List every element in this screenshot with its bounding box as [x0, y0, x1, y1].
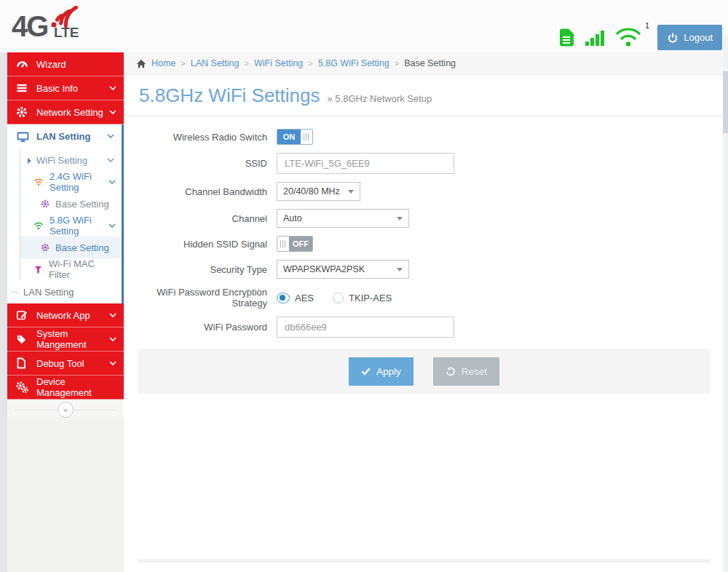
reset-icon: [446, 367, 456, 376]
sidebar-item-wifi-setting[interactable]: WiFi Setting: [20, 150, 122, 171]
wireless-radio-toggle[interactable]: ON: [277, 129, 313, 145]
content-bottom-divider: [138, 559, 710, 563]
radio-label-aes: AES: [295, 293, 314, 303]
channel-bandwidth-label: Channel Bandwidth: [124, 186, 277, 197]
sidebar-item-58g-wifi-setting[interactable]: 5.8G WiFi Setting: [20, 215, 122, 237]
filter-icon: [33, 265, 43, 274]
sidebar-item-network-app[interactable]: Network App: [7, 303, 124, 327]
chevron-down-icon: [109, 361, 116, 366]
scrollbar-thumb[interactable]: [723, 71, 728, 133]
sidebar-item-system-mangement[interactable]: System Mangement: [7, 327, 124, 351]
sidebar-item-label: Base Setting: [55, 199, 116, 210]
caret-down-icon: [397, 217, 403, 221]
encryption-strategy-label: WiFi Password Encryption Strategy: [124, 287, 277, 309]
apply-button[interactable]: Apply: [349, 357, 414, 386]
top-header: 4G LTE 1: [0, 0, 728, 52]
sidebar-item-label: WiFi Setting: [36, 155, 107, 166]
wifi-icon-green: [33, 221, 44, 230]
sidebar-item-wizard[interactable]: Wizard: [7, 52, 124, 76]
encryption-radio-group: AES TKIP-AES: [277, 293, 392, 303]
channel-bandwidth-value: 20/40/80 MHz: [283, 186, 342, 196]
sidebar-item-basic-info[interactable]: Basic Info: [7, 76, 124, 100]
toggle-on-label: ON: [277, 130, 301, 144]
sidebar-collapse-button[interactable]: «: [58, 402, 74, 418]
gear-icon-purple: [41, 243, 50, 252]
radio-unselected-icon[interactable]: [333, 293, 344, 303]
page-header: 5.8GHz WiFi Settings » 5.8GHz Network Se…: [124, 75, 728, 116]
gauge-icon: [16, 58, 28, 70]
sidebar-menu: Wizard Basic Info Network Setting LAN Se…: [7, 52, 124, 419]
sidebar-item-debug-tool[interactable]: Debug Tool: [7, 351, 124, 376]
sidebar-item-label: Wizard: [36, 59, 116, 70]
toggle-off-label: OFF: [289, 237, 312, 251]
chevron-down-icon: [108, 180, 116, 185]
radio-option-tkip-aes[interactable]: TKIP-AES: [333, 293, 392, 303]
channel-value: Auto: [283, 213, 391, 223]
toggle-grip: [301, 130, 312, 144]
sidebar-item-label: Basic Info: [36, 83, 109, 94]
submenu-tree: WiFi Setting 2.4G WiFi Setting Base Sett…: [20, 148, 122, 280]
apply-label: Apply: [376, 366, 401, 377]
logout-button[interactable]: Logout: [657, 25, 722, 50]
breadcrumb-home[interactable]: Home: [151, 58, 175, 68]
file-icon: [16, 357, 28, 369]
ssid-input[interactable]: [277, 153, 454, 174]
sim-card-icon: [558, 28, 575, 47]
wifi-password-label: WiFi Password: [124, 322, 277, 333]
logo-text-4g: 4G: [12, 12, 47, 41]
sidebar-item-lan-setting-sub[interactable]: LAN Setting: [7, 280, 122, 303]
radio-label-tkip-aes: TKIP-AES: [349, 293, 392, 303]
chevron-down-icon: [107, 134, 114, 139]
sidebar-item-label: Network App: [36, 310, 109, 321]
radio-selected-icon[interactable]: [277, 293, 290, 303]
caret-down-icon: [397, 268, 403, 271]
list-icon: [16, 82, 28, 94]
action-button-band: Apply Reset: [138, 349, 710, 394]
page-scrollbar[interactable]: [723, 35, 728, 572]
gear-icon: [16, 106, 28, 118]
channel-select[interactable]: Auto: [277, 209, 409, 228]
chevron-down-icon: [109, 110, 116, 115]
wifi-count-badge: 1: [645, 21, 649, 30]
breadcrumb-current: Base Setting: [404, 58, 456, 68]
sidebar-item-base-setting-58g[interactable]: Base Setting: [20, 237, 122, 258]
breadcrumb-separator: >: [395, 59, 399, 68]
breadcrumb-separator: >: [181, 59, 185, 68]
breadcrumb-wifi-setting[interactable]: WiFi Setting: [254, 58, 303, 68]
breadcrumb-58g-wifi-setting[interactable]: 5.8G WiFi Setting: [318, 58, 389, 68]
main-content: Home > LAN Setting > WiFi Setting > 5.8G…: [124, 52, 728, 572]
chevron-down-icon: [109, 337, 116, 342]
reset-button[interactable]: Reset: [433, 357, 499, 386]
sidebar-item-wifi-mac-filter[interactable]: Wi-Fi MAC Filter: [20, 258, 122, 280]
sidebar-item-network-setting[interactable]: Network Setting: [7, 100, 124, 124]
caret-down-icon: [348, 190, 354, 194]
ssid-label: SSID: [124, 158, 277, 169]
home-icon: [136, 59, 146, 68]
security-type-select[interactable]: WPAPSKWPA2PSK: [277, 260, 409, 279]
sidebar-filler: [7, 417, 124, 572]
sidebar-item-label: 2.4G WiFi Setting: [50, 171, 108, 193]
power-icon: [667, 32, 678, 44]
breadcrumb-lan-setting[interactable]: LAN Setting: [191, 58, 240, 68]
security-type-value: WPAPSKWPA2PSK: [283, 264, 391, 274]
sidebar-item-label: 5.8G WiFi Setting: [50, 215, 108, 237]
sidebar-item-label: Wi-Fi MAC Filter: [49, 258, 116, 280]
sidebar-item-label: System Mangement: [36, 328, 109, 350]
chevron-down-icon: [109, 313, 116, 318]
sidebar-item-base-setting-24g[interactable]: Base Setting: [20, 193, 122, 215]
wifi-password-input[interactable]: [277, 317, 454, 338]
reset-label: Reset: [462, 366, 487, 377]
radio-option-aes[interactable]: AES: [277, 293, 314, 303]
chevron-down-icon: [108, 223, 116, 229]
sidebar-item-lan-setting[interactable]: LAN Setting: [7, 124, 122, 148]
wifi-settings-form: Wireless Radio Switch ON SSID Channel Ba…: [124, 116, 728, 338]
tag-icon: [16, 334, 28, 345]
channel-label: Channel: [124, 213, 277, 224]
sidebar-item-device-management[interactable]: Device Management: [7, 376, 124, 400]
brand-logo: 4G LTE: [12, 6, 92, 48]
sidebar-submenu: LAN Setting WiFi Setting 2.4G WiFi Setti…: [7, 124, 124, 303]
logo-signal-icon: [47, 3, 79, 31]
sidebar-item-24g-wifi-setting[interactable]: 2.4G WiFi Setting: [20, 171, 122, 193]
channel-bandwidth-select[interactable]: 20/40/80 MHz: [277, 182, 360, 201]
hidden-ssid-toggle[interactable]: OFF: [277, 236, 313, 252]
